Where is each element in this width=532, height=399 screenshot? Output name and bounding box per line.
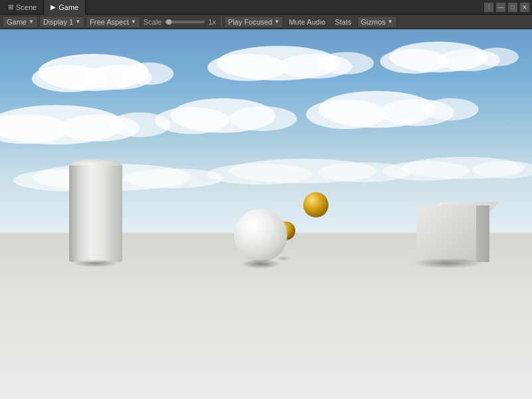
- aspect-label: Free Aspect: [90, 18, 129, 26]
- tab-bar: ⊞ Scene ▶ Game ⋮ — □ ✕: [0, 0, 532, 15]
- minimize-button[interactable]: —: [496, 3, 505, 12]
- scale-value: 1x: [208, 18, 216, 26]
- display-dropdown[interactable]: Display 1 ▼: [39, 16, 84, 28]
- white-sphere: [234, 209, 287, 262]
- gizmos-dropdown[interactable]: Gizmos ▼: [357, 16, 397, 28]
- play-focused-arrow: ▼: [275, 19, 280, 25]
- svg-point-5: [207, 54, 287, 81]
- mute-audio-label: Mute Audio: [289, 18, 325, 26]
- view-dropdown-arrow: ▼: [29, 19, 34, 25]
- aspect-dropdown[interactable]: Free Aspect ▼: [86, 16, 140, 28]
- display-label: Display 1: [43, 18, 73, 26]
- game-icon: ▶: [51, 3, 56, 11]
- cylinder-body: [69, 166, 122, 262]
- gizmos-label: Gizmos: [361, 18, 386, 26]
- svg-point-30: [383, 161, 469, 181]
- game-viewport[interactable]: [0, 29, 532, 399]
- close-button[interactable]: ✕: [520, 3, 529, 12]
- svg-point-11: [475, 48, 519, 66]
- svg-point-9: [380, 49, 448, 74]
- stats-button[interactable]: Stats: [331, 16, 355, 28]
- svg-point-17: [155, 107, 229, 134]
- tab-scene[interactable]: ⊞ Scene: [1, 0, 44, 15]
- scale-slider[interactable]: [165, 21, 205, 23]
- gold-sphere-large: [303, 192, 329, 217]
- svg-point-27: [207, 164, 313, 185]
- aspect-dropdown-arrow: ▼: [131, 19, 136, 25]
- box-front-face: [416, 205, 476, 262]
- toolbar: Game ▼ Display 1 ▼ Free Aspect ▼ Scale 1…: [0, 15, 532, 29]
- scale-prefix: Scale: [144, 18, 162, 26]
- view-dropdown[interactable]: Game ▼: [3, 16, 38, 28]
- toolbar-separator-1: [221, 17, 221, 27]
- display-dropdown-arrow: ▼: [75, 19, 80, 25]
- box-body: [416, 199, 489, 262]
- svg-point-7: [319, 52, 374, 74]
- svg-point-20: [306, 100, 386, 129]
- play-focused-label: Play Focused: [228, 18, 273, 26]
- tab-game[interactable]: ▶ Game: [44, 0, 86, 15]
- svg-point-25: [124, 168, 223, 188]
- tab-game-label: Game: [59, 3, 78, 11]
- mute-audio-button[interactable]: Mute Audio: [285, 16, 329, 28]
- window-controls: ⋮ — □ ✕: [484, 3, 529, 12]
- play-focused-dropdown[interactable]: Play Focused ▼: [224, 16, 284, 28]
- svg-point-22: [423, 98, 478, 120]
- scene-icon: ⊞: [8, 3, 13, 11]
- cylinder-object: [69, 166, 122, 262]
- scale-thumb: [166, 19, 172, 25]
- stats-label: Stats: [334, 18, 351, 26]
- sphere-body: [234, 209, 287, 262]
- view-label: Game: [7, 18, 27, 26]
- svg-point-3: [124, 63, 174, 84]
- maximize-button[interactable]: □: [508, 3, 517, 12]
- tab-scene-label: Scene: [16, 3, 37, 11]
- menu-button[interactable]: ⋮: [484, 3, 493, 12]
- box-object: [416, 199, 489, 262]
- box-side-face: [476, 205, 489, 262]
- gizmos-arrow: ▼: [388, 19, 393, 25]
- svg-point-18: [229, 106, 297, 131]
